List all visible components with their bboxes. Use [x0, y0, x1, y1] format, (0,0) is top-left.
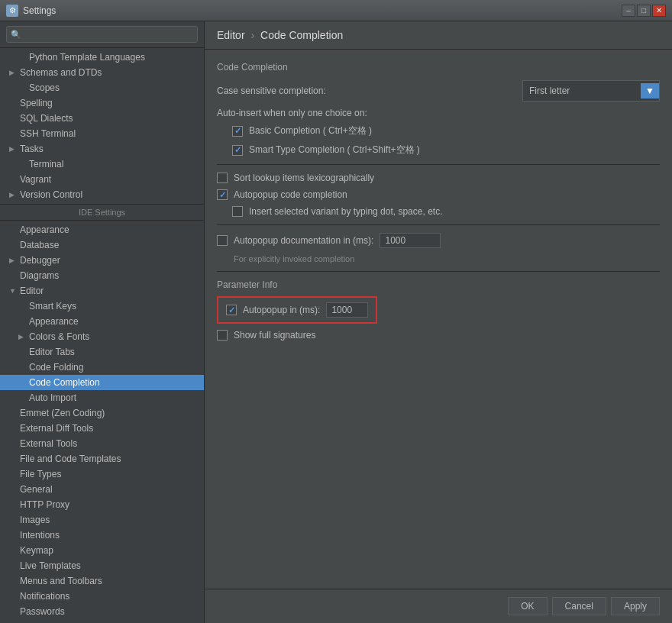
sidebar-label: External Diff Tools — [20, 423, 93, 434]
search-icon: 🔍 — [11, 30, 21, 40]
maximize-button[interactable]: □ — [637, 5, 651, 17]
sidebar-item-menus-toolbars[interactable]: Menus and Toolbars — [0, 573, 204, 589]
sidebar-label: Scopes — [29, 82, 60, 93]
autopopup-row: Autopopup code completion — [217, 189, 660, 200]
sidebar-item-plugins[interactable]: Plugins — [0, 619, 204, 623]
sidebar-item-general[interactable]: General — [0, 482, 204, 497]
autopopup-checkbox[interactable] — [217, 189, 228, 200]
sidebar-label: Schemas and DTDs — [20, 67, 102, 78]
basic-completion-row: Basic Completion ( Ctrl+空格 ) — [232, 124, 660, 137]
sidebar-item-tasks[interactable]: ▶ Tasks — [0, 141, 204, 157]
sidebar-label: Live Templates — [20, 560, 81, 571]
show-signatures-checkbox[interactable] — [217, 330, 228, 341]
parameter-info-label: Parameter Info — [217, 279, 660, 290]
sidebar-label: Spelling — [20, 98, 53, 108]
sidebar-label: Editor Tabs — [29, 347, 75, 357]
content-header: Editor › Code Completion — [205, 21, 672, 50]
sidebar-item-debugger[interactable]: ▶ Debugger — [0, 253, 204, 268]
ok-button[interactable]: OK — [508, 597, 547, 615]
sort-lookup-label: Sort lookup items lexicographically — [234, 173, 374, 183]
sidebar-item-ssh-terminal[interactable]: SSH Terminal — [0, 126, 204, 141]
sidebar-label: Auto Import — [29, 392, 76, 403]
autopopup-doc-row: Autopopup documentation in (ms): — [217, 233, 660, 248]
sidebar-item-scopes[interactable]: Scopes — [0, 80, 204, 95]
sort-lookup-checkbox[interactable] — [217, 173, 228, 183]
sidebar-item-file-types[interactable]: File Types — [0, 466, 204, 482]
basic-completion-checkbox[interactable] — [232, 126, 243, 137]
sidebar-item-images[interactable]: Images — [0, 512, 204, 528]
auto-insert-row: Auto-insert when only one choice on: — [217, 108, 660, 118]
smart-type-checkbox[interactable] — [232, 145, 243, 156]
show-signatures-row: Show full signatures — [217, 330, 660, 341]
sidebar-item-version-control[interactable]: ▶ Version Control — [0, 187, 204, 202]
separator-1 — [217, 164, 660, 165]
autopopup-doc-checkbox[interactable] — [217, 235, 228, 246]
sidebar-item-colors-fonts[interactable]: ▶ Colors & Fonts — [0, 329, 204, 344]
sidebar-item-code-completion[interactable]: Code Completion — [0, 375, 204, 390]
sidebar-item-spelling[interactable]: Spelling — [0, 95, 204, 111]
expand-icon: ▼ — [9, 287, 17, 295]
sidebar-item-live-templates[interactable]: Live Templates — [0, 558, 204, 573]
sidebar-item-editor[interactable]: ▼ Editor — [0, 283, 204, 299]
separator-3 — [217, 271, 660, 272]
param-autopopup-input[interactable] — [326, 302, 368, 318]
autopopup-doc-input[interactable] — [380, 233, 441, 248]
sidebar-item-keymap[interactable]: Keymap — [0, 543, 204, 558]
search-input[interactable] — [6, 26, 198, 43]
parameter-info-section: Parameter Info Autopopup in (ms): Show f… — [217, 279, 660, 341]
sidebar-item-external-diff-tools[interactable]: External Diff Tools — [0, 421, 204, 436]
apply-button[interactable]: Apply — [611, 597, 660, 615]
ide-settings-header: IDE Settings — [0, 204, 204, 221]
sidebar-label: Tasks — [20, 144, 44, 154]
case-sensitive-label: Case sensitive completion: — [217, 86, 326, 96]
insert-selected-checkbox[interactable] — [232, 206, 243, 217]
sidebar-item-appearance-editor[interactable]: Appearance — [0, 314, 204, 329]
expand-icon: ▶ — [18, 333, 26, 341]
sidebar-item-intentions[interactable]: Intentions — [0, 528, 204, 543]
sidebar-item-auto-import[interactable]: Auto Import — [0, 390, 204, 405]
search-wrapper: 🔍 — [6, 26, 198, 43]
sidebar-label: Diagrams — [20, 270, 59, 281]
sidebar-label: Smart Keys — [29, 301, 76, 312]
smart-type-label: Smart Type Completion ( Ctrl+Shift+空格 ) — [249, 144, 420, 157]
sidebar-item-schemas-dtds[interactable]: ▶ Schemas and DTDs — [0, 65, 204, 80]
case-sensitive-dropdown[interactable]: First letter ▼ — [522, 80, 660, 102]
section-label-code-completion: Code Completion — [217, 62, 660, 73]
sidebar-item-emmet[interactable]: Emmet (Zen Coding) — [0, 405, 204, 421]
param-autopopup-checkbox[interactable] — [226, 305, 237, 315]
minimize-button[interactable]: – — [622, 5, 635, 17]
close-button[interactable]: ✕ — [652, 5, 666, 17]
sidebar-item-external-tools[interactable]: External Tools — [0, 436, 204, 451]
sidebar-item-vagrant[interactable]: Vagrant — [0, 172, 204, 187]
sidebar-item-file-code-templates[interactable]: File and Code Templates — [0, 451, 204, 466]
sidebar-label: Python Template Languages — [29, 52, 145, 63]
sidebar-item-database[interactable]: Database — [0, 237, 204, 253]
content-panel: Editor › Code Completion Code Completion… — [205, 21, 672, 623]
autopopup-label: Autopopup code completion — [234, 189, 347, 200]
sidebar-label: Keymap — [20, 545, 53, 556]
expand-icon: ▶ — [9, 191, 17, 199]
sidebar-item-terminal[interactable]: Terminal — [0, 157, 204, 172]
sidebar-label: Editor — [20, 286, 44, 296]
sidebar-item-editor-tabs[interactable]: Editor Tabs — [0, 344, 204, 360]
sidebar-item-notifications[interactable]: Notifications — [0, 589, 204, 604]
sidebar-item-code-folding[interactable]: Code Folding — [0, 360, 204, 375]
sidebar-item-python-template-languages[interactable]: Python Template Languages — [0, 50, 204, 65]
sidebar-label: Colors & Fonts — [29, 331, 89, 342]
sidebar-label: Database — [20, 240, 59, 250]
sidebar-label: SSH Terminal — [20, 128, 76, 139]
sidebar-item-smart-keys[interactable]: Smart Keys — [0, 299, 204, 314]
sidebar-item-appearance[interactable]: Appearance — [0, 222, 204, 237]
sidebar-item-http-proxy[interactable]: HTTP Proxy — [0, 497, 204, 512]
cancel-button[interactable]: Cancel — [552, 597, 606, 615]
sidebar-item-diagrams[interactable]: Diagrams — [0, 268, 204, 283]
sort-lookup-row: Sort lookup items lexicographically — [217, 173, 660, 183]
sidebar-label: Intentions — [20, 530, 60, 541]
separator-2 — [217, 224, 660, 225]
window-controls: – □ ✕ — [622, 5, 666, 17]
insert-selected-row: Insert selected variant by typing dot, s… — [232, 206, 660, 217]
for-explicitly-hint: For explicitly invoked completion — [234, 254, 660, 263]
sidebar-label: Debugger — [20, 255, 60, 266]
sidebar-item-passwords[interactable]: Passwords — [0, 604, 204, 619]
sidebar-item-sql-dialects[interactable]: SQL Dialects — [0, 111, 204, 126]
